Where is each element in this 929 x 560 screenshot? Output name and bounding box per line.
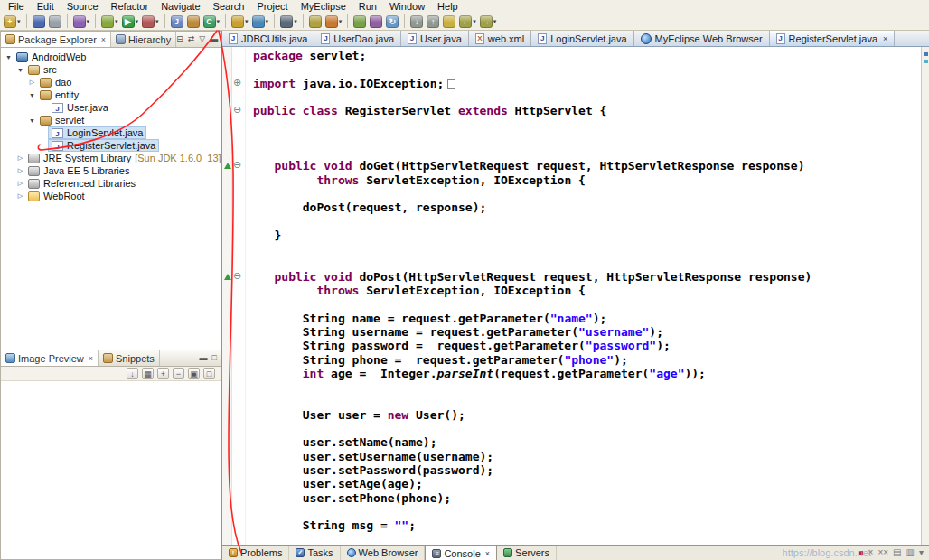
menu-edit[interactable]: Edit bbox=[31, 0, 61, 13]
tree-item-loginservlet-java[interactable]: JLoginServlet.java bbox=[1, 126, 221, 139]
dropdown-arrow-icon[interactable]: ▾ bbox=[155, 18, 159, 25]
code-line[interactable]: user.setAge(age); bbox=[253, 477, 921, 490]
profile-button[interactable]: ▾ bbox=[141, 14, 160, 29]
fold-collapse-icon[interactable]: ⊖ bbox=[233, 270, 241, 282]
code-line[interactable]: package servlet; bbox=[253, 49, 921, 62]
code-line[interactable]: String phone = request.getParameter("pho… bbox=[253, 353, 921, 367]
code-line[interactable]: String password = request.getParameter("… bbox=[253, 339, 921, 352]
code-line[interactable]: User user = new User(); bbox=[253, 408, 921, 422]
run-button[interactable]: ▶▾ bbox=[121, 14, 140, 29]
fit-window-icon[interactable]: ▣ bbox=[188, 368, 200, 379]
dropdown-arrow-icon[interactable]: ▾ bbox=[339, 18, 343, 25]
code-line[interactable]: user.setPassword(password); bbox=[253, 463, 921, 477]
expand-arrow-icon[interactable]: ▼ bbox=[15, 67, 25, 73]
editor-tab-loginservlet-java[interactable]: JLoginServlet.java bbox=[531, 31, 633, 46]
code-line[interactable] bbox=[253, 256, 921, 269]
view-menu-icon[interactable]: ▽ bbox=[199, 35, 205, 43]
prev-annotation-button[interactable]: ↑ bbox=[426, 14, 440, 29]
fold-expand-icon[interactable]: ⊕ bbox=[233, 77, 241, 89]
save-button[interactable] bbox=[32, 14, 46, 29]
code-line[interactable] bbox=[253, 117, 921, 131]
menu-navigate[interactable]: Navigate bbox=[155, 0, 206, 13]
code-line[interactable]: user.setPhone(phone); bbox=[253, 491, 921, 505]
tree-item-src[interactable]: ▼src bbox=[1, 63, 221, 76]
view-tab-package-explorer[interactable]: Package Explorer× bbox=[1, 32, 111, 47]
code-line[interactable]: throws ServletException, IOException { bbox=[253, 173, 921, 187]
next-annotation-button[interactable]: ↓ bbox=[409, 14, 424, 29]
code-line[interactable] bbox=[253, 62, 921, 76]
new-java-project-button[interactable]: J bbox=[170, 14, 184, 29]
view-tab-snippets[interactable]: Snippets bbox=[99, 350, 160, 366]
remove-all-launches-icon[interactable]: ×× bbox=[877, 548, 888, 557]
menu-window[interactable]: Window bbox=[383, 0, 431, 13]
ant-button[interactable] bbox=[352, 14, 367, 29]
menu-help[interactable]: Help bbox=[431, 0, 464, 13]
code-line[interactable] bbox=[253, 132, 921, 145]
maximize-icon[interactable]: □ bbox=[212, 354, 217, 362]
code-line[interactable]: String username = request.getParameter("… bbox=[253, 325, 921, 339]
tomcat-button[interactable]: ▾ bbox=[324, 14, 343, 29]
fold-gutter[interactable]: ⊕⊖⊖⊖ bbox=[232, 47, 246, 545]
zoom-out-icon[interactable]: − bbox=[173, 368, 184, 379]
javadoc-button[interactable] bbox=[369, 14, 383, 29]
code-line[interactable] bbox=[253, 422, 921, 435]
new-web-project-button[interactable]: ▾ bbox=[251, 14, 270, 29]
expand-arrow-icon[interactable]: ▼ bbox=[27, 117, 37, 124]
dropdown-arrow-icon[interactable]: ▾ bbox=[245, 18, 249, 25]
code-line[interactable]: import java.io.IOException; bbox=[253, 77, 921, 90]
editor-tab-userdao-java[interactable]: JUserDao.java bbox=[314, 31, 401, 46]
code-line[interactable]: user.setName(name); bbox=[253, 435, 921, 449]
tree-item-registerservlet-java[interactable]: JRegisterServlet.java bbox=[1, 139, 221, 152]
tree-item-androidweb[interactable]: ▼AndroidWeb bbox=[1, 51, 221, 63]
forward-button[interactable]: →▾ bbox=[479, 14, 498, 29]
tree-item-entity[interactable]: ▼entity bbox=[1, 89, 221, 101]
tree-item-user-java[interactable]: JUser.java bbox=[1, 101, 221, 114]
menu-run[interactable]: Run bbox=[352, 0, 383, 13]
code-line[interactable]: int age = Integer.parseInt(request.getPa… bbox=[253, 367, 921, 380]
code-line[interactable]: public class RegisterServlet extends Htt… bbox=[253, 104, 921, 117]
clear-console-icon[interactable]: ▤ bbox=[893, 548, 901, 557]
annotation-ruler[interactable] bbox=[222, 47, 232, 545]
tree-item-dao[interactable]: ▷dao bbox=[1, 76, 221, 89]
new-wizard-button[interactable]: +▾ bbox=[3, 14, 22, 29]
code-area[interactable]: package servlet;import java.io.IOExcepti… bbox=[246, 47, 921, 545]
new-jsp-button[interactable]: ▾ bbox=[230, 14, 249, 29]
print-button[interactable] bbox=[48, 14, 62, 29]
dropdown-arrow-icon[interactable]: ▾ bbox=[217, 18, 221, 25]
expand-arrow-icon[interactable]: ▼ bbox=[4, 54, 14, 61]
expand-arrow-icon[interactable]: ▷ bbox=[15, 154, 25, 162]
link-with-editor-icon[interactable]: ⇄ bbox=[188, 35, 195, 43]
folded-region-box[interactable] bbox=[447, 79, 455, 89]
menu-search[interactable]: Search bbox=[207, 0, 251, 13]
dropdown-arrow-icon[interactable]: ▾ bbox=[17, 18, 21, 25]
bottom-tab-servers[interactable]: Servers bbox=[497, 546, 557, 560]
database-explorer-button[interactable] bbox=[308, 14, 323, 29]
dropdown-arrow-icon[interactable]: ▾ bbox=[115, 18, 118, 25]
fold-collapse-icon[interactable]: ⊖ bbox=[233, 104, 241, 116]
close-icon[interactable]: × bbox=[99, 35, 106, 44]
tree-item-referenced-libraries[interactable]: ▷Referenced Libraries bbox=[1, 177, 221, 190]
package-tree[interactable]: ▼AndroidWeb▼src▷dao▼entityJUser.java▼ser… bbox=[1, 48, 221, 350]
code-line[interactable] bbox=[253, 394, 921, 407]
code-line[interactable] bbox=[253, 380, 921, 394]
editor-tab-myeclipse-web-browser[interactable]: MyEclipse Web Browser bbox=[634, 31, 770, 46]
console-menu-icon[interactable]: ▾ bbox=[919, 548, 924, 557]
expand-arrow-icon[interactable]: ▷ bbox=[27, 79, 37, 86]
scroll-lock-icon[interactable]: ▥ bbox=[906, 548, 915, 557]
bottom-tab-web-browser[interactable]: Web Browser bbox=[341, 546, 426, 560]
dropdown-arrow-icon[interactable]: ▾ bbox=[473, 18, 476, 25]
close-icon[interactable]: × bbox=[483, 549, 490, 558]
dropdown-arrow-icon[interactable]: ▾ bbox=[493, 18, 497, 25]
code-line[interactable] bbox=[253, 90, 921, 104]
zoom-in-icon[interactable]: + bbox=[157, 368, 169, 379]
debug-button[interactable]: ▾ bbox=[100, 14, 119, 29]
code-line[interactable]: user.setUsername(username); bbox=[253, 450, 921, 463]
dropdown-arrow-icon[interactable]: ▾ bbox=[266, 18, 269, 25]
code-line[interactable] bbox=[253, 297, 921, 311]
code-line[interactable]: throws ServletException, IOException { bbox=[253, 284, 921, 297]
code-line[interactable] bbox=[253, 215, 921, 229]
last-edit-location-button[interactable] bbox=[442, 14, 456, 29]
overview-ruler[interactable] bbox=[921, 47, 929, 545]
bottom-tab-problems[interactable]: !Problems bbox=[222, 546, 289, 560]
fold-collapse-icon[interactable]: ⊖ bbox=[233, 159, 241, 171]
